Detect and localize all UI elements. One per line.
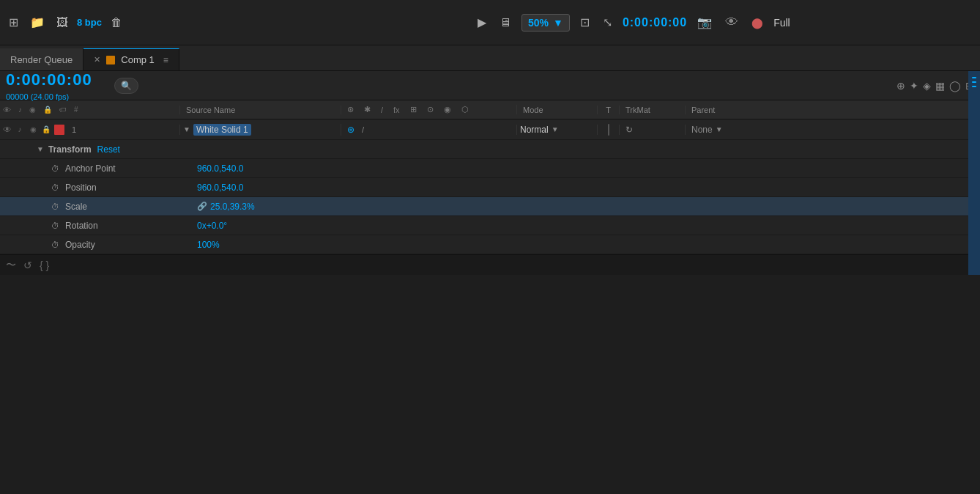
new-composition-icon[interactable]: ⊞ (6, 12, 21, 32)
opacity-value[interactable]: 100% (197, 240, 220, 250)
layer-1-trkmat-cell: ↻ (620, 125, 686, 135)
transform-header-row: ▼ Transform Reset (0, 140, 980, 159)
col-header-trkmat: TrkMat (620, 106, 686, 114)
rotation-stopwatch[interactable]: ⏱ (51, 221, 59, 230)
bpc-label[interactable]: 8 bpc (77, 17, 102, 28)
timeline-panel-wrapper: 0:00:00:00 00000 (24.00 fps) 🔍 ⊕ ✦ ◈ ▦ ◯… (0, 71, 980, 275)
render-queue-tab[interactable]: Render Queue (0, 48, 83, 70)
opacity-row: ⏱ Opacity 100% (0, 235, 980, 254)
zoom-dropdown-arrow[interactable]: ▼ (553, 17, 563, 29)
zoom-selector[interactable]: 50% ▼ (521, 14, 570, 32)
switch-col-2: ✱ (364, 105, 371, 114)
timeline-timecode[interactable]: 0:00:00:00 (6, 70, 101, 89)
layer-1-mode-cell: Normal ▼ (517, 125, 598, 135)
region-icon[interactable]: ⊡ (577, 12, 593, 32)
scale-row: ⏱ Scale 🔗 25.0,39.3% (0, 197, 980, 216)
col-num-icon: # (74, 106, 78, 114)
bottom-curve-icon[interactable]: 〜 (6, 259, 16, 272)
toolbar-right: ▶ 🖥 50% ▼ ⊡ ⤡ 0:00:00:00 📷 👁 ⬤ Full (460, 12, 974, 33)
anchor-point-value[interactable]: 960.0,540.0 (197, 163, 243, 174)
layer-1-controls: 👁 ♪ ◉ 🔒 1 (0, 125, 180, 135)
layer-1-solo-icon[interactable]: ◉ (28, 125, 38, 135)
transform-label: Transform (48, 144, 92, 155)
fps-label: 00000 (24.00 fps) (6, 92, 101, 101)
col-header-controls: 👁 ♪ ◉ 🔒 🏷 # (0, 106, 180, 114)
layer-1-mode-value: Normal (520, 125, 549, 135)
layer-1-expand-btn[interactable]: ▼ (183, 125, 190, 133)
opacity-stopwatch[interactable]: ⏱ (51, 240, 59, 249)
layer-1-audio-icon[interactable]: ♪ (15, 125, 25, 135)
snapshot-icon[interactable]: 📷 (694, 12, 715, 32)
col-header-mode: Mode (517, 106, 598, 114)
toolbar-left: ⊞ 📁 🖼 8 bpc 🗑 (6, 12, 460, 32)
rotation-value[interactable]: 0x+0.0° (197, 221, 227, 231)
col-header-source-name: Source Name (180, 106, 341, 114)
position-stopwatch[interactable]: ⏱ (51, 183, 59, 192)
preview-timecode[interactable]: 0:00:00:00 (623, 16, 687, 29)
scale-link-icon[interactable]: 🔗 (197, 202, 207, 211)
color-wheel-icon[interactable]: ⬤ (749, 14, 766, 32)
right-edge-panel (968, 71, 980, 275)
position-row: ⏱ Position 960.0,540.0 (0, 178, 980, 197)
layer-1-parent-arrow[interactable]: ▼ (716, 125, 723, 133)
bottom-bar: 〜 ↺ { } (0, 254, 980, 275)
map-icon[interactable]: ◈ (923, 80, 931, 92)
layer-1-color-swatch[interactable] (54, 125, 64, 135)
layer-1-name[interactable]: White Solid 1 (193, 124, 251, 136)
layer-1-lock-icon[interactable]: 🔒 (41, 125, 51, 135)
layer-1-loop-icon[interactable]: ↻ (626, 125, 633, 135)
film-icon[interactable]: ▦ (935, 80, 945, 92)
layer-1-mode-arrow: ▼ (552, 125, 559, 133)
switch-col-1: ⊛ (347, 105, 354, 114)
resize-icon[interactable]: ⤡ (600, 12, 615, 32)
layer-1-t-swatch[interactable] (608, 124, 609, 136)
transform-reset-btn[interactable]: Reset (97, 144, 120, 155)
scale-value[interactable]: 25.0,39.3% (210, 202, 255, 212)
bottom-bracket-icon[interactable]: { } (40, 259, 49, 271)
scale-label: Scale (65, 202, 197, 212)
comp1-close-icon[interactable]: ✕ (94, 55, 100, 64)
comp1-label: Comp 1 (121, 54, 155, 65)
col-label-icon: 🏷 (59, 106, 67, 114)
comp1-tab[interactable]: ✕ Comp 1 ≡ (83, 48, 179, 70)
anchor-point-stopwatch[interactable]: ⏱ (51, 164, 59, 173)
position-label: Position (65, 183, 197, 193)
timeline-header: 0:00:00:00 00000 (24.00 fps) 🔍 ⊕ ✦ ◈ ▦ ◯… (0, 71, 980, 100)
import-footage-icon[interactable]: 🖼 (53, 13, 71, 32)
main-content: 0:00:00:00 00000 (24.00 fps) 🔍 ⊕ ✦ ◈ ▦ ◯… (0, 71, 980, 275)
anchor-point-row: ⏱ Anchor Point 960.0,540.0 (0, 159, 980, 178)
zoom-value: 50% (528, 17, 549, 29)
search-box[interactable]: 🔍 (114, 78, 138, 94)
monitor-icon[interactable]: 🖥 (497, 13, 514, 32)
layer-1-parent-value: None (691, 125, 713, 135)
anchor-point-label: Anchor Point (65, 163, 197, 174)
globe-icon[interactable]: ✦ (910, 80, 918, 92)
comp1-menu-icon[interactable]: ≡ (163, 55, 168, 65)
bottom-loop-icon[interactable]: ↺ (23, 259, 32, 271)
preview-icon[interactable]: ▶ (475, 12, 489, 32)
layer-1-pen-icon[interactable]: / (362, 125, 364, 134)
comp-button-icon[interactable]: ⊕ (897, 80, 905, 92)
quality-label[interactable]: Full (773, 17, 790, 29)
position-value[interactable]: 960.0,540.0 (197, 183, 243, 193)
delete-icon[interactable]: 🗑 (108, 13, 125, 32)
circle-icon[interactable]: ◯ (949, 80, 961, 92)
search-icon: 🔍 (121, 81, 132, 91)
switch-col-8: ⬡ (461, 105, 469, 114)
col-header-switches: ⊛ ✱ / fx ⊞ ⊙ ◉ ⬡ (341, 105, 517, 114)
edge-tick-1 (972, 77, 976, 78)
layer-row-1[interactable]: 👁 ♪ ◉ 🔒 1 ▼ White Solid 1 ⊛ (0, 119, 980, 140)
col-lock-icon: 🔒 (43, 106, 52, 114)
layer-1-visibility-icon[interactable]: 👁 (3, 125, 12, 135)
layer-1-mode-dropdown[interactable]: Normal ▼ (520, 125, 559, 135)
color-eye-icon[interactable]: 👁 (722, 12, 741, 33)
open-project-icon[interactable]: 📁 (27, 12, 48, 32)
edge-tick-2 (972, 81, 976, 83)
layer-1-pan-icon[interactable]: ⊛ (347, 125, 354, 135)
scale-stopwatch[interactable]: ⏱ (51, 202, 59, 211)
transform-expand-btn[interactable]: ▼ (37, 145, 44, 153)
timeline-tools: ⊕ ✦ ◈ ▦ ◯ ⊞ (897, 80, 974, 92)
col-audio-icon: ♪ (18, 106, 22, 114)
layer-1-number: 1 (67, 125, 81, 134)
layer-1-t-cell (598, 125, 620, 135)
